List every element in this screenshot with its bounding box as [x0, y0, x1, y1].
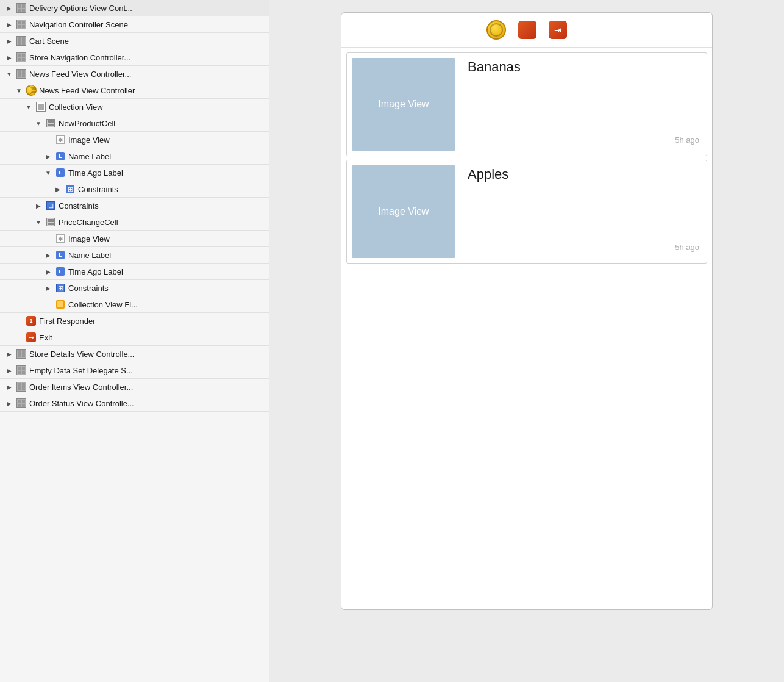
- chevron-np-time-constraints[interactable]: [54, 185, 62, 193]
- label-news-feed-vc-scene: News Feed View Controller...: [29, 70, 131, 79]
- constraints-icon: ⊞: [46, 201, 55, 210]
- exit-arrow: ⇥: [554, 25, 561, 35]
- tree-item-order-status[interactable]: Order Status View Controlle...: [0, 395, 269, 412]
- tree-item-pc-time-label[interactable]: LTime Ago Label: [0, 264, 269, 280]
- scene-icon: [16, 52, 26, 62]
- product-image-bananas: Image View: [352, 58, 455, 151]
- tree-item-np-constraints[interactable]: ⊞Constraints: [0, 198, 269, 214]
- product-name-apples: Apples: [468, 167, 699, 182]
- scene-icon: [16, 3, 26, 13]
- chevron-np-constraints[interactable]: [34, 201, 43, 210]
- scene-icon: [16, 365, 26, 375]
- cell-icon: [46, 119, 55, 127]
- chevron-empty-data[interactable]: [5, 366, 13, 375]
- chevron-collection-view[interactable]: [24, 102, 33, 111]
- label-icon: L: [56, 267, 65, 276]
- scene-icon: [16, 349, 26, 359]
- label-icon: L: [56, 168, 65, 177]
- tree-item-news-feed-vc-scene[interactable]: News Feed View Controller...: [0, 66, 269, 82]
- scene-icon: [16, 69, 26, 79]
- label-exit: Exit: [39, 333, 52, 342]
- label-np-time-constraints: Constraints: [78, 185, 118, 194]
- label-pc-constraints: Constraints: [68, 284, 109, 293]
- chevron-order-status[interactable]: [5, 399, 13, 407]
- product-card-bananas: Image ViewBananas5h ago: [346, 52, 707, 156]
- constraints-icon: ⊞: [66, 185, 74, 193]
- chevron-store-details[interactable]: [5, 350, 13, 358]
- chevron-price-change-cell[interactable]: [34, 218, 43, 226]
- product-card-apples: Image ViewApples5h ago: [346, 160, 707, 264]
- label-new-product-cell: NewProductCell: [59, 119, 115, 128]
- label-cart-scene: Cart Scene: [29, 37, 69, 46]
- tree-item-store-details[interactable]: Store Details View Controlle...: [0, 346, 269, 362]
- chevron-pc-time-label[interactable]: [44, 267, 52, 276]
- exit-icon: ⇥: [26, 332, 36, 342]
- chevron-np-time-label[interactable]: [44, 168, 52, 177]
- first-responder-icon: 1: [26, 316, 36, 326]
- tree-item-pc-image-view[interactable]: Image View: [0, 231, 269, 247]
- chevron-nav-controller-scene[interactable]: [5, 20, 13, 29]
- tree-item-np-time-constraints[interactable]: ⊞Constraints: [0, 181, 269, 198]
- chevron-new-product-cell[interactable]: [34, 119, 43, 127]
- tree-item-news-feed-vc[interactable]: News Feed View Controller: [0, 82, 269, 99]
- tree-item-np-name-label[interactable]: LName Label: [0, 148, 269, 165]
- label-np-image-view: Image View: [68, 135, 110, 145]
- tree-item-first-responder[interactable]: 1First Responder: [0, 313, 269, 329]
- product-info-apples: Apples5h ago: [460, 160, 707, 263]
- label-delivery-options: Delivery Options View Cont...: [29, 4, 132, 13]
- label-np-constraints: Constraints: [59, 201, 99, 210]
- news-feed-vc-icon: [486, 20, 506, 40]
- product-time-apples: 5h ago: [675, 243, 699, 257]
- label-pc-time-label: Time Ago Label: [68, 267, 123, 276]
- chevron-news-feed-vc[interactable]: [15, 86, 23, 95]
- tree-item-delivery-options[interactable]: Delivery Options View Cont...: [0, 0, 269, 16]
- chevron-pc-constraints[interactable]: [44, 284, 52, 292]
- tree-item-price-change-cell[interactable]: PriceChangeCell: [0, 214, 269, 231]
- product-name-bananas: Bananas: [468, 59, 699, 75]
- label-flow-layout: Collection View Fl...: [68, 300, 138, 309]
- product-time-bananas: 5h ago: [675, 135, 699, 149]
- image-view-icon: [56, 135, 65, 144]
- canvas-frame: ⇥ Image ViewBananas5h agoImage ViewApple…: [341, 12, 713, 610]
- label-price-change-cell: PriceChangeCell: [59, 218, 118, 227]
- tree-item-order-items[interactable]: Order Items View Controller...: [0, 379, 269, 395]
- label-np-time-label: Time Ago Label: [68, 168, 123, 178]
- label-pc-name-label: Name Label: [68, 251, 111, 260]
- flow-layout-icon: [56, 300, 65, 309]
- tree-item-store-nav[interactable]: Store Navigation Controller...: [0, 49, 269, 66]
- chevron-np-name-label[interactable]: [44, 152, 52, 160]
- tree-item-pc-constraints[interactable]: ⊞Constraints: [0, 280, 269, 296]
- chevron-delivery-options[interactable]: [5, 4, 13, 12]
- label-order-items: Order Items View Controller...: [29, 382, 133, 392]
- label-store-nav: Store Navigation Controller...: [29, 53, 130, 62]
- label-np-name-label: Name Label: [68, 152, 111, 161]
- label-icon: L: [56, 152, 65, 160]
- tree-item-flow-layout[interactable]: Collection View Fl...: [0, 296, 269, 313]
- canvas-header: ⇥: [341, 13, 712, 48]
- tree-item-collection-view[interactable]: Collection View: [0, 99, 269, 115]
- tree-item-empty-data[interactable]: Empty Data Set Delegate S...: [0, 362, 269, 379]
- tree-item-nav-controller-scene[interactable]: Navigation Controller Scene: [0, 16, 269, 33]
- tree-item-np-image-view[interactable]: Image View: [0, 132, 269, 148]
- chevron-news-feed-vc-scene[interactable]: [5, 70, 13, 78]
- chevron-order-items[interactable]: [5, 382, 13, 391]
- image-view-icon: [56, 234, 65, 243]
- label-icon: L: [56, 251, 65, 259]
- tree-item-pc-name-label[interactable]: LName Label: [0, 247, 269, 264]
- scene-icon: [16, 382, 26, 392]
- exit-canvas-icon: ⇥: [549, 21, 567, 39]
- tree-item-np-time-label[interactable]: LTime Ago Label: [0, 165, 269, 181]
- label-collection-view: Collection View: [49, 102, 103, 112]
- tree-item-cart-scene[interactable]: Cart Scene: [0, 33, 269, 49]
- tree-item-new-product-cell[interactable]: NewProductCell: [0, 115, 269, 132]
- label-order-status: Order Status View Controlle...: [29, 399, 134, 408]
- label-first-responder: First Responder: [39, 317, 95, 326]
- tree-item-exit[interactable]: ⇥Exit: [0, 329, 269, 346]
- canvas-body: Image ViewBananas5h agoImage ViewApples5…: [341, 48, 712, 365]
- label-pc-image-view: Image View: [68, 234, 110, 243]
- chevron-cart-scene[interactable]: [5, 37, 13, 45]
- chevron-store-nav[interactable]: [5, 53, 13, 62]
- label-empty-data: Empty Data Set Delegate S...: [29, 366, 133, 375]
- cell-icon: [46, 218, 55, 226]
- chevron-pc-name-label[interactable]: [44, 251, 52, 259]
